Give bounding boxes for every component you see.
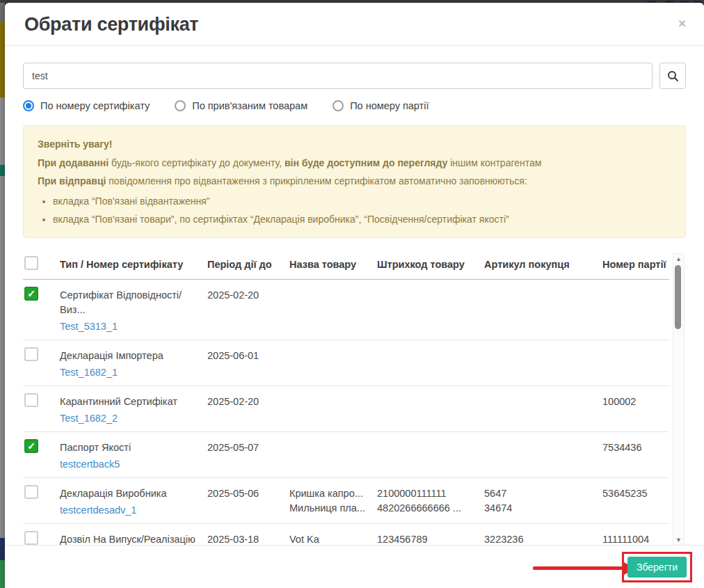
product-cell [289, 280, 377, 340]
table-row: ✓Паспорт Якостіtestcertback52025-05-0775… [23, 432, 669, 478]
cert-type-cell: Карантинний СертифікатTest_1682_2 [60, 386, 207, 431]
batch-cell: 100002 [602, 386, 669, 431]
radio-label: По номеру партії [350, 100, 429, 111]
checkbox-cell [23, 340, 60, 386]
radio-label: По номеру сертифікату [40, 100, 150, 111]
select-all-checkbox[interactable] [24, 256, 38, 270]
row-checkbox[interactable]: ✓ [24, 287, 38, 301]
cert-type-cell: Дозвіл На Випуск/РеалізаціюTest_5256_1 [60, 524, 207, 546]
search-input[interactable] [23, 63, 653, 89]
barcode-cell [377, 280, 484, 340]
col-header-product: Назва товару [289, 249, 377, 279]
col-header-type: Тип / Номер сертифікату [60, 249, 207, 279]
checkbox-cell [23, 386, 60, 431]
filter-radio-group: По номеру сертифікату По прив'язаним тов… [23, 100, 686, 111]
row-checkbox[interactable] [24, 393, 38, 407]
table-row: Дозвіл На Випуск/РеалізаціюTest_5256_120… [23, 524, 669, 546]
cert-type-cell: Сертифікат Відповідності/Виз...Test_5313… [60, 280, 207, 340]
cert-type: Дозвіл На Випуск/Реалізацію [60, 532, 202, 546]
row-checkbox[interactable] [24, 347, 38, 361]
checkbox-cell: ✓ [23, 280, 60, 340]
table-row: ✓Сертифікат Відповідності/Виз...Test_531… [23, 280, 669, 340]
cert-type: Сертифікат Відповідності/Виз... [60, 288, 202, 317]
valid-until-cell: 2025-05-06 [207, 478, 289, 523]
cert-type: Декларація Виробника [60, 486, 202, 501]
radio-by-linked-goods[interactable]: По прив'язаним товарам [175, 100, 307, 111]
close-icon[interactable]: × [678, 17, 686, 30]
cert-number-link[interactable]: Test_1682_1 [60, 365, 118, 380]
notice-heading: Зверніть увагу! [38, 138, 113, 150]
table-row: Декларація Виробникаtestcertdesadv_12025… [23, 478, 669, 524]
article-cell: 5647 34674 [484, 478, 602, 523]
annotation-arrow-icon [533, 566, 625, 570]
background-left-strip [0, 560, 5, 588]
radio-icon [175, 100, 186, 111]
search-button[interactable] [659, 63, 686, 89]
article-cell [484, 432, 602, 477]
col-header-barcode: Штрихкод товару [377, 249, 484, 279]
scroll-thumb[interactable] [675, 265, 681, 329]
article-cell [484, 280, 602, 340]
cert-number-link[interactable]: Test_1682_2 [60, 411, 118, 426]
radio-by-certificate-number[interactable]: По номеру сертифікату [23, 100, 150, 111]
row-checkbox[interactable] [24, 485, 38, 499]
batch-cell [602, 340, 669, 386]
batch-cell: 111111004 [602, 524, 669, 546]
cert-type-cell: Паспорт Якостіtestcertback5 [60, 432, 207, 477]
article-cell [484, 340, 602, 386]
radio-selected-icon [23, 100, 34, 111]
product-cell [289, 432, 377, 477]
radio-by-batch-number[interactable]: По номеру партії [333, 100, 429, 111]
notice-bullet: вкладка “Пов'язані відвантаження” [53, 192, 671, 211]
batch-cell: 53645235 [602, 478, 669, 523]
table-header-row: Тип / Номер сертифікату Період дії до На… [23, 249, 669, 280]
cert-type: Паспорт Якості [60, 440, 202, 455]
cert-number-link[interactable]: Test_5313_1 [60, 319, 118, 334]
checkbox-cell: ✓ [23, 432, 60, 477]
product-cell: Vot Ka Шоколадка [289, 524, 377, 546]
cert-type-cell: Декларація ІмпортераTest_1682_1 [60, 340, 207, 386]
row-checkbox[interactable] [24, 531, 38, 545]
notice-line-1: При додаванні будь-якого сертифікату до … [38, 154, 671, 173]
batch-cell [602, 280, 669, 340]
col-header-batch: Номер партії [602, 249, 672, 279]
product-cell [289, 340, 377, 386]
modal-footer: Зберегти [5, 545, 704, 588]
table-row: Декларація ІмпортераTest_1682_12025-06-0… [23, 340, 669, 386]
checkbox-cell [23, 478, 60, 523]
barcode-cell [377, 340, 484, 386]
attention-notice: Зверніть увагу! При додаванні будь-якого… [23, 125, 686, 238]
valid-until-cell: 2025-02-20 [207, 280, 289, 340]
scroll-up-icon[interactable]: ▲ [673, 255, 684, 263]
modal-body: По номеру сертифікату По прив'язаним тов… [5, 46, 704, 546]
valid-until-cell: 2025-03-18 [207, 524, 289, 546]
notice-line-2: При відправці повідомлення про відвантаж… [38, 172, 671, 191]
cert-number-link[interactable]: testcertdesadv_1 [60, 503, 136, 518]
batch-cell: 7534436 [602, 432, 669, 477]
background-left-strip [0, 22, 5, 97]
radio-icon [333, 100, 344, 111]
scroll-down-icon[interactable]: ▼ [673, 536, 684, 544]
notice-bullet-list: вкладка “Пов'язані відвантаження” вкладк… [38, 192, 671, 229]
cert-type-cell: Декларація Виробникаtestcertdesadv_1 [60, 478, 207, 523]
select-all-cell [23, 249, 60, 279]
table-scrollbar[interactable]: ▲ ▼ [673, 253, 685, 546]
search-icon [667, 70, 679, 82]
background-left-strip [0, 97, 5, 165]
cert-type: Декларація Імпортера [60, 349, 202, 363]
valid-until-cell: 2025-02-20 [207, 386, 289, 431]
modal-header: Обрати сертифікат × [5, 3, 704, 46]
cert-number-link[interactable]: testcertback5 [60, 457, 120, 472]
article-cell: 3223236 375111 [484, 524, 602, 546]
table-body: ✓Сертифікат Відповідності/Виз...Test_531… [23, 280, 669, 546]
barcode-cell: 123456789 8898988989898 ... [377, 524, 484, 546]
checkbox-cell [23, 524, 60, 546]
product-cell: Кришка капро... Мильниця пла... [289, 478, 377, 523]
row-checkbox[interactable]: ✓ [24, 439, 38, 453]
valid-until-cell: 2025-06-01 [207, 340, 289, 386]
table-row: Карантинний СертифікатTest_1682_22025-02… [23, 386, 669, 432]
save-button[interactable]: Зберегти [627, 557, 687, 578]
modal-title: Обрати сертифікат [24, 14, 198, 35]
cert-type: Карантинний Сертифікат [60, 395, 202, 409]
col-header-article: Артикул покупця [484, 249, 602, 279]
